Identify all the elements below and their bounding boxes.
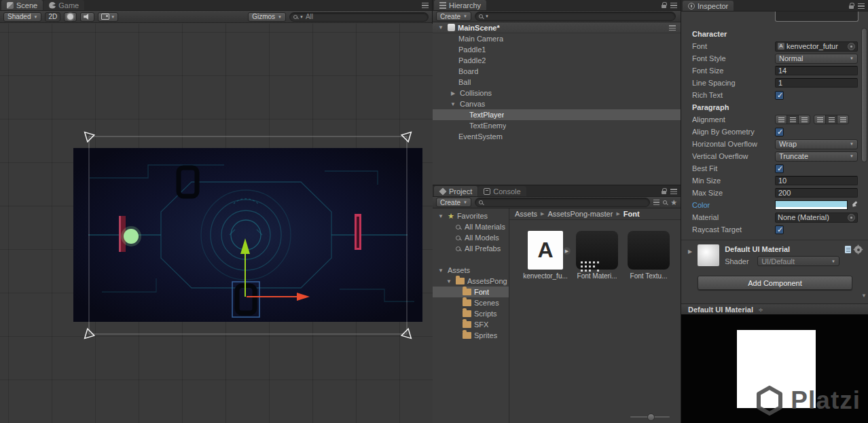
foldout-open-icon[interactable]: ▼: [445, 278, 453, 284]
rich-text-checkbox[interactable]: [775, 91, 784, 100]
panel-menu-icon[interactable]: [670, 3, 677, 8]
object-picker-icon[interactable]: [848, 43, 855, 50]
audio-toggle-button[interactable]: [80, 12, 94, 22]
asset-font-texture[interactable]: Font Textu...: [626, 231, 671, 280]
material-object-field[interactable]: None (Material): [775, 213, 858, 223]
paddle-right[interactable]: [355, 214, 361, 250]
eyedropper-icon[interactable]: [850, 201, 858, 210]
folder-scenes[interactable]: Scenes: [433, 297, 509, 308]
tab-project[interactable]: Project: [434, 186, 477, 196]
align-center-button[interactable]: [786, 115, 799, 124]
lock-icon[interactable]: [849, 5, 854, 9]
hierarchy-item-collisions[interactable]: ▶ Collisions: [433, 88, 681, 98]
search-by-label-icon[interactable]: [663, 200, 667, 204]
tab-hierarchy[interactable]: Hierarchy: [434, 0, 486, 10]
align-left-button[interactable]: [775, 115, 787, 124]
shader-dropdown[interactable]: UI/Default ▼: [757, 256, 839, 266]
breadcrumb-assetspong-master[interactable]: AssetsPong-master: [547, 210, 613, 218]
text-value-field[interactable]: [775, 12, 858, 22]
shading-mode-dropdown[interactable]: Shaded ▼: [3, 12, 41, 22]
hierarchy-search-input[interactable]: ▼: [475, 12, 676, 21]
favorite-all-prefabs[interactable]: All Prefabs: [433, 243, 509, 254]
material-preview-thumbnail[interactable]: [698, 244, 719, 266]
effects-dropdown-button[interactable]: ▼: [98, 12, 118, 22]
favorites-filter-icon[interactable]: ★: [670, 198, 677, 207]
lock-icon[interactable]: [662, 5, 666, 8]
horizontal-overflow-dropdown[interactable]: Wrap ▼: [775, 139, 858, 149]
foldout-open-icon[interactable]: ▼: [437, 24, 445, 31]
scroll-down-arrow-icon[interactable]: ▼: [861, 293, 867, 299]
foldout-closed-icon[interactable]: ▶: [449, 90, 457, 96]
project-create-dropdown[interactable]: Create ▼: [436, 198, 471, 207]
scene-canvas[interactable]: [0, 24, 433, 423]
foldout-open-icon[interactable]: ▼: [437, 268, 445, 274]
hierarchy-item-paddle1[interactable]: Paddle1: [433, 44, 681, 55]
hierarchy-item-paddle2[interactable]: Paddle2: [433, 55, 681, 66]
scene-options-icon[interactable]: [669, 25, 676, 31]
assets-root[interactable]: ▼ Assets: [433, 265, 509, 276]
best-fit-checkbox[interactable]: [775, 164, 784, 173]
scrollbar-thumb[interactable]: [861, 28, 867, 162]
font-style-dropdown[interactable]: Normal ▼: [775, 54, 858, 64]
project-content-area[interactable]: Assets ▶ AssetsPong-master ▶ Font A ▶ ke…: [509, 208, 681, 423]
hierarchy-item-main-camera[interactable]: Main Camera: [433, 33, 681, 44]
column-layout-icon[interactable]: [653, 200, 659, 205]
favorite-all-materials[interactable]: All Materials: [433, 221, 509, 232]
hierarchy-item-board[interactable]: Board: [433, 66, 681, 77]
foldout-closed-icon[interactable]: ▶: [688, 244, 692, 266]
hierarchy-item-ball[interactable]: Ball: [433, 77, 681, 88]
panel-menu-icon[interactable]: [670, 189, 677, 194]
breadcrumb-assets[interactable]: Assets: [515, 210, 537, 218]
tab-console[interactable]: Console: [478, 186, 526, 196]
color-swatch[interactable]: [775, 200, 848, 210]
gear-icon[interactable]: [854, 246, 862, 253]
material-preview-area[interactable]: Platzi: [681, 314, 868, 423]
font-size-input[interactable]: 14: [775, 66, 858, 75]
hierarchy-item-eventsystem[interactable]: EventSystem: [433, 131, 681, 142]
foldout-open-icon[interactable]: ▼: [449, 101, 457, 107]
inspector-scrollbar[interactable]: [861, 25, 868, 188]
line-spacing-input[interactable]: 1: [775, 78, 858, 88]
align-bottom-button[interactable]: [837, 115, 849, 124]
align-by-geometry-checkbox[interactable]: [775, 128, 784, 136]
hierarchy-scene-root[interactable]: ▼ MainScene*: [433, 22, 681, 33]
project-search-input[interactable]: [475, 198, 650, 207]
foldout-open-icon[interactable]: ▼: [437, 213, 445, 219]
align-top-button[interactable]: [814, 115, 826, 124]
expand-subassets-icon[interactable]: ▶: [563, 247, 571, 255]
favorite-all-models[interactable]: All Models: [433, 232, 509, 243]
tab-game[interactable]: Game: [43, 0, 84, 10]
folder-sfx[interactable]: SFX: [433, 319, 509, 330]
align-middle-button[interactable]: [825, 115, 837, 124]
raycast-target-checkbox[interactable]: [775, 225, 784, 234]
object-picker-icon[interactable]: [848, 214, 855, 221]
hierarchy-create-dropdown[interactable]: Create ▼: [436, 12, 471, 21]
lighting-toggle-button[interactable]: [64, 12, 77, 22]
hierarchy-item-textenemy[interactable]: TextEnemy: [433, 120, 681, 131]
2d-toggle-button[interactable]: 2D: [45, 12, 60, 22]
thumbnail-zoom-knob[interactable]: [647, 413, 655, 421]
folder-assetspong[interactable]: ▼ AssetsPong: [433, 276, 509, 287]
font-object-field[interactable]: A kenvector_futur: [775, 41, 858, 52]
material-preview-header[interactable]: Default UI Material ÷: [681, 304, 868, 314]
min-size-input[interactable]: 10: [775, 176, 858, 185]
gizmos-dropdown[interactable]: Gizmos ▼: [248, 12, 286, 22]
align-right-button[interactable]: [798, 115, 810, 124]
panel-menu-icon[interactable]: [858, 3, 865, 9]
asset-kenvector-font[interactable]: A ▶ kenvector_fu...: [523, 231, 568, 280]
hierarchy-item-textplayer[interactable]: TextPlayer: [433, 109, 681, 120]
hierarchy-item-canvas[interactable]: ▼ Canvas: [433, 98, 681, 109]
tab-scene[interactable]: Scene: [1, 0, 43, 10]
lock-icon[interactable]: [662, 191, 666, 194]
ball[interactable]: [124, 229, 139, 244]
scene-search-input[interactable]: ▼ All: [289, 12, 429, 22]
add-component-button[interactable]: Add Component: [698, 276, 852, 290]
breadcrumb-font[interactable]: Font: [623, 210, 640, 218]
vertical-overflow-dropdown[interactable]: Truncate ▼: [775, 151, 858, 162]
folder-sprites[interactable]: Sprites: [433, 330, 509, 341]
max-size-input[interactable]: 200: [775, 188, 858, 198]
preview-resize-handle-icon[interactable]: ÷: [759, 306, 763, 314]
favorites-root[interactable]: ▼ ★ Favorites: [433, 210, 509, 221]
folder-scripts[interactable]: Scripts: [433, 308, 509, 319]
panel-menu-icon[interactable]: [422, 3, 429, 8]
